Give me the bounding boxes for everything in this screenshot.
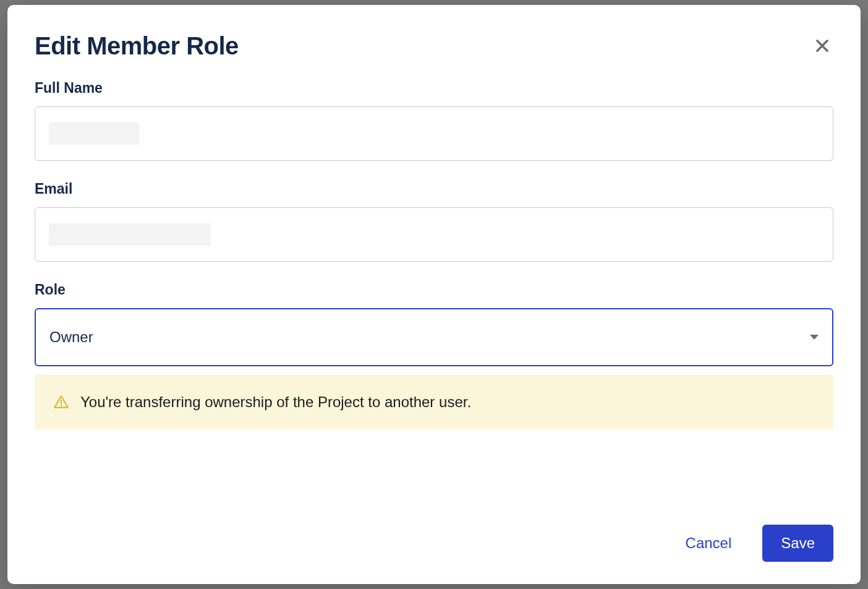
cancel-button[interactable]: Cancel bbox=[679, 530, 738, 557]
email-group: Email bbox=[35, 181, 833, 262]
chevron-down-icon bbox=[810, 335, 819, 340]
email-label: Email bbox=[35, 181, 833, 197]
edit-member-role-modal: Edit Member Role Full Name Email Role Ow… bbox=[7, 5, 861, 584]
svg-point-1 bbox=[61, 405, 62, 406]
full-name-label: Full Name bbox=[35, 80, 833, 97]
role-group: Role Owner bbox=[35, 282, 833, 366]
transfer-ownership-warning: You're transferring ownership of the Pro… bbox=[35, 375, 833, 429]
email-value-redacted bbox=[49, 223, 211, 246]
warning-icon bbox=[53, 394, 69, 410]
save-button[interactable]: Save bbox=[762, 525, 833, 562]
role-selected-value: Owner bbox=[49, 329, 93, 346]
role-select[interactable]: Owner bbox=[35, 308, 833, 366]
email-field[interactable] bbox=[35, 207, 833, 262]
close-icon bbox=[814, 37, 831, 54]
modal-header: Edit Member Role bbox=[35, 32, 833, 60]
modal-title: Edit Member Role bbox=[35, 32, 239, 60]
full-name-field[interactable] bbox=[35, 106, 833, 161]
close-button[interactable] bbox=[811, 35, 833, 57]
full-name-group: Full Name bbox=[35, 80, 833, 161]
modal-footer: Cancel Save bbox=[35, 500, 833, 562]
role-label: Role bbox=[35, 282, 833, 298]
full-name-value-redacted bbox=[49, 123, 139, 145]
warning-text: You're transferring ownership of the Pro… bbox=[80, 393, 471, 411]
